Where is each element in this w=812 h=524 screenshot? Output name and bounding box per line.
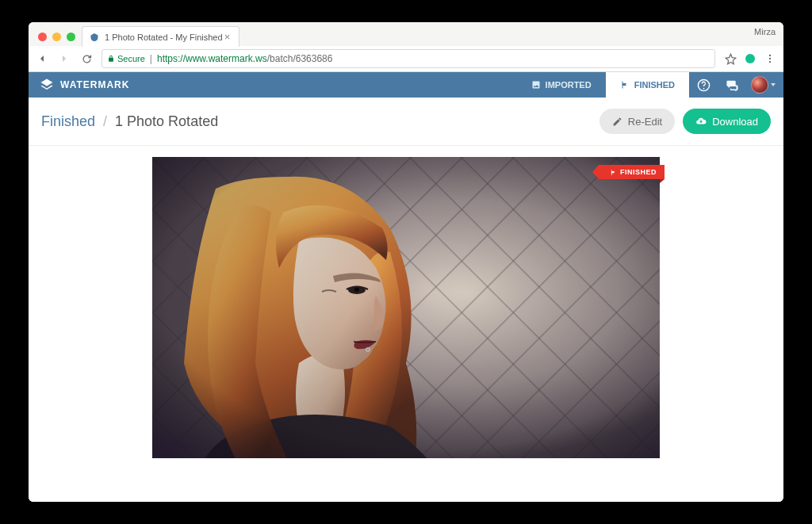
window-minimize-button[interactable] [52,33,61,41]
tab-finished-label: FINISHED [634,80,675,90]
download-label: Download [712,116,758,128]
window-controls [35,33,82,46]
app-header: WATERMARK IMPORTED FINISHED [29,72,783,98]
re-edit-button[interactable]: Re-Edit [599,109,675,134]
bookmark-button[interactable] [723,52,737,66]
photo-container[interactable]: FINISHED [152,157,660,458]
url-input[interactable]: Secure | https://www.watermark.ws/batch/… [102,49,715,68]
chat-icon [726,78,739,92]
nav-tabs: IMPORTED FINISHED [517,72,689,98]
lock-icon [107,55,115,63]
window-close-button[interactable] [38,33,47,41]
reload-button[interactable] [79,52,94,66]
url-text: https://www.watermark.ws/batch/6363686 [157,53,332,64]
brand-name: WATERMARK [60,79,129,90]
browser-window: 1 Photo Rotated - My Finished × Mirza Se… [29,22,783,502]
content-area: FINISHED [29,146,783,502]
help-button[interactable] [689,78,718,92]
svg-point-2 [769,61,771,63]
breadcrumb: Finished / 1 Photo Rotated [41,113,218,130]
browser-tab[interactable]: 1 Photo Rotated - My Finished × [82,26,239,47]
chat-button[interactable] [718,78,746,92]
tab-title: 1 Photo Rotated - My Finished [105,33,223,42]
browser-chrome: 1 Photo Rotated - My Finished × Mirza Se… [29,22,783,72]
brand-logo-icon [40,78,54,92]
address-bar-actions [723,52,777,66]
chevron-down-icon [771,83,776,86]
page-actions: Re-Edit Download [599,109,771,134]
flag-icon [610,169,617,176]
photo-image [152,157,660,458]
header-actions [689,72,783,98]
extension-icon[interactable] [745,54,755,63]
window-zoom-button[interactable] [67,33,75,41]
cloud-download-icon [695,116,707,127]
page-title: 1 Photo Rotated [115,113,218,130]
tab-bar: 1 Photo Rotated - My Finished × Mirza [29,22,783,46]
tab-imported-label: IMPORTED [546,80,592,90]
svg-point-1 [769,58,771,59]
avatar [751,76,768,94]
re-edit-label: Re-Edit [628,116,662,128]
browser-menu-button[interactable] [763,52,777,66]
status-ribbon-label: FINISHED [620,168,657,176]
user-menu[interactable] [746,76,783,94]
breadcrumb-root[interactable]: Finished [41,113,95,130]
brand[interactable]: WATERMARK [29,72,140,98]
tab-finished[interactable]: FINISHED [606,72,689,98]
status-ribbon: FINISHED [599,165,665,179]
image-icon [531,80,541,90]
back-button[interactable] [35,52,49,66]
download-button[interactable]: Download [683,109,771,134]
pencil-icon [612,117,622,127]
secure-label: Secure [117,54,145,63]
tab-imported[interactable]: IMPORTED [517,72,606,98]
security-indicator: Secure [107,54,145,63]
flag-icon [620,80,630,90]
tab-close-button[interactable]: × [223,33,232,42]
svg-point-0 [769,55,771,56]
address-bar: Secure | https://www.watermark.ws/batch/… [29,46,783,71]
help-icon [697,78,710,92]
profile-name[interactable]: Mirza [754,27,776,36]
favicon-icon [89,32,100,43]
breadcrumb-separator: / [103,113,107,130]
page-bar: Finished / 1 Photo Rotated Re-Edit Downl… [29,98,783,146]
svg-rect-13 [152,157,660,458]
forward-button[interactable] [57,52,71,66]
